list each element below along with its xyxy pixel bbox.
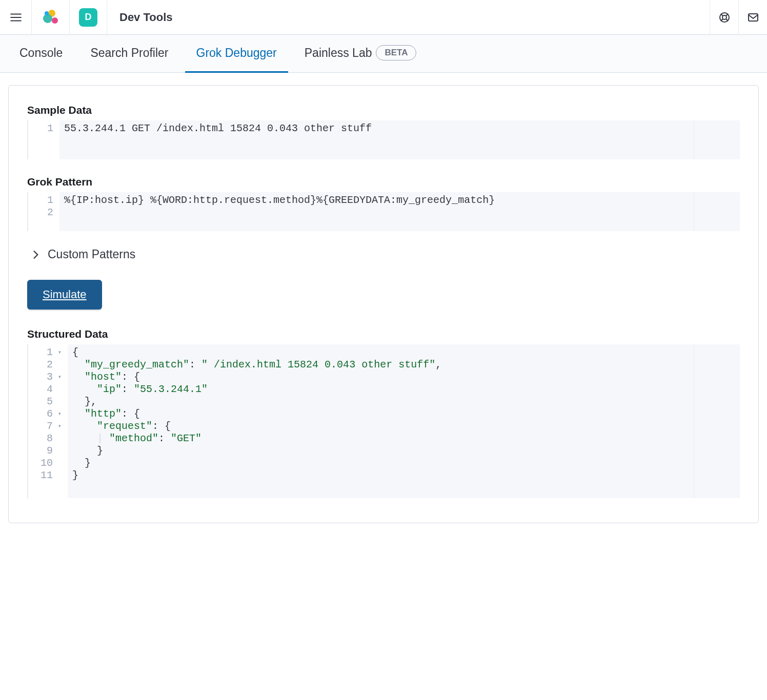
tab-console[interactable]: Console [8,35,74,73]
sample-data-code[interactable]: 55.3.244.1 GET /index.html 15824 0.043 o… [60,120,740,159]
custom-patterns-label: Custom Patterns [48,248,135,261]
space-selector[interactable]: D [70,0,107,35]
grok-debugger-panel: Sample Data 1 55.3.244.1 GET /index.html… [8,85,759,523]
breadcrumb: Dev Tools [107,11,185,24]
sample-data-label: Sample Data [27,104,740,116]
custom-patterns-accordion[interactable]: Custom Patterns [31,248,740,261]
help-button[interactable] [710,0,738,35]
mail-icon [747,11,759,24]
tab-search-profiler[interactable]: Search Profiler [79,35,179,73]
space-badge: D [79,8,97,27]
hamburger-icon [9,11,23,24]
svg-point-3 [45,11,49,15]
content: Sample Data 1 55.3.244.1 GET /index.html… [0,73,767,536]
simulate-button[interactable]: Simulate [27,280,102,310]
beta-badge: BETA [376,45,416,60]
svg-point-2 [52,17,58,24]
elastic-logo[interactable] [32,0,70,35]
structured-data-code: { "my_greedy_match": " /index.html 15824… [68,344,740,498]
structured-data-gutter: 1▾23▾456▾7▾891011 [28,344,68,498]
structured-data-label: Structured Data [27,328,740,340]
svg-point-1 [43,14,52,23]
top-bar-left: D Dev Tools [0,0,185,35]
grok-pattern-code[interactable]: %{IP:host.ip} %{WORD:http.request.method… [60,192,740,231]
newsfeed-button[interactable] [738,0,767,35]
structured-data-viewer[interactable]: 1▾23▾456▾7▾891011 { "my_greedy_match": "… [27,344,740,498]
elastic-logo-icon [42,8,60,27]
top-bar: D Dev Tools [0,0,767,35]
grok-pattern-editor[interactable]: 12 %{IP:host.ip} %{WORD:http.request.met… [27,192,740,231]
tab-painless-lab[interactable]: Painless Lab BETA [293,35,428,73]
svg-point-5 [722,15,726,19]
menu-toggle-button[interactable] [0,0,32,35]
tab-painless-lab-label: Painless Lab [305,46,372,60]
grok-pattern-gutter: 12 [28,192,60,231]
chevron-right-icon [31,250,41,259]
grok-pattern-label: Grok Pattern [27,176,740,188]
structured-data-section: Structured Data 1▾23▾456▾7▾891011 { "my_… [27,328,740,498]
tab-grok-debugger[interactable]: Grok Debugger [185,35,288,73]
sample-data-editor[interactable]: 1 55.3.244.1 GET /index.html 15824 0.043… [27,120,740,159]
lifebuoy-icon [718,11,731,24]
tabs-bar: Console Search Profiler Grok Debugger Pa… [0,35,767,73]
svg-rect-6 [749,14,758,21]
sample-data-gutter: 1 [28,120,60,159]
